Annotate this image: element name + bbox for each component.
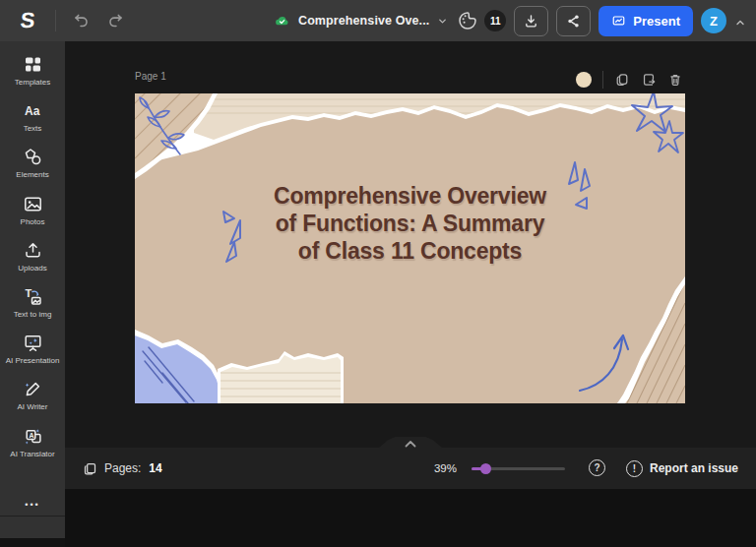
ai-presentation-icon [23, 333, 43, 353]
left-sidebar: Templates Aa Texts Elements [0, 41, 65, 538]
sidebar-item-templates[interactable]: Templates [0, 54, 65, 87]
pages-icon [83, 461, 97, 476]
ai-writer-icon [23, 379, 43, 399]
report-issue-label: Report an issue [650, 461, 738, 475]
svg-text:A: A [29, 431, 33, 438]
report-issue-icon: ! [626, 460, 643, 477]
page-actions-divider [602, 71, 603, 89]
top-toolbar: S Comprehensive Ove... 11 [0, 0, 756, 41]
app-window: S Comprehensive Ove... 11 [0, 0, 756, 547]
trash-icon [667, 72, 683, 88]
sidebar-item-photos[interactable]: Photos [0, 194, 65, 226]
pages-counter[interactable]: Pages: 14 [83, 461, 162, 476]
sidebar-more-button[interactable]: ••• [0, 500, 65, 510]
download-icon [523, 13, 539, 30]
duplicate-icon [614, 72, 630, 88]
share-button[interactable] [556, 6, 591, 36]
toolbar-divider [55, 10, 56, 31]
zoom-slider-knob[interactable] [480, 463, 491, 474]
sidebar-item-text-to-img[interactable]: T Text to img [0, 286, 65, 319]
document-title: Comprehensive Ove... [298, 14, 429, 28]
account-avatar[interactable]: Z [701, 8, 726, 33]
templates-icon [23, 54, 43, 75]
sidebar-item-ai-writer[interactable]: AI Writer [0, 379, 65, 411]
slide-page[interactable]: Comprehensive Overview of Functions: A S… [135, 93, 685, 403]
brand-palette-icon[interactable] [457, 10, 478, 31]
elements-icon [23, 147, 43, 167]
cloud-saved-icon [274, 13, 290, 30]
sidebar-item-texts[interactable]: Aa Texts [0, 100, 65, 133]
text-to-img-icon: T [23, 286, 43, 307]
present-label: Present [633, 14, 680, 29]
svg-text:Aa: Aa [25, 104, 40, 118]
chevron-down-icon [437, 16, 448, 27]
present-icon [611, 14, 626, 29]
pages-label: Pages: [104, 461, 141, 475]
sidebar-under-strip [0, 538, 65, 547]
bottom-toolbar: Pages: 14 39% ? ! Report an issue [65, 448, 756, 489]
duplicate-page-button[interactable] [614, 72, 630, 88]
palette-count-badge: 11 [484, 10, 506, 31]
undo-button[interactable] [69, 9, 93, 32]
canvas-area: Page 1 [65, 41, 756, 448]
zoom-slider[interactable] [472, 463, 565, 474]
sidebar-item-ai-presentation[interactable]: AI Presentation [0, 333, 65, 365]
sidebar-item-elements[interactable]: Elements [0, 147, 65, 179]
undo-icon [72, 12, 90, 30]
sidebar-divider [0, 516, 65, 517]
download-button[interactable] [514, 6, 548, 36]
chevron-up-icon [405, 440, 416, 448]
uploads-icon [23, 240, 43, 261]
ai-translator-icon: A [23, 426, 43, 447]
present-button[interactable]: Present [598, 6, 693, 36]
page-actions [576, 71, 683, 88]
account-caret-icon[interactable] [734, 15, 746, 27]
sidebar-item-uploads[interactable]: Uploads [0, 240, 65, 273]
texts-icon: Aa [23, 100, 43, 121]
bottom-under-strip [65, 489, 756, 547]
page-label: Page 1 [135, 71, 166, 82]
document-title-menu[interactable]: Comprehensive Ove... [274, 8, 448, 33]
zoom-controls: 39% ? ! Report an issue [434, 459, 738, 477]
report-issue-button[interactable]: ! Report an issue [626, 460, 738, 477]
simplified-logo-icon[interactable]: S [12, 7, 44, 34]
delete-page-button[interactable] [667, 72, 683, 88]
photos-icon [23, 194, 43, 214]
page-color-swatch[interactable] [576, 72, 592, 88]
share-icon [565, 13, 582, 30]
zoom-level: 39% [434, 462, 457, 474]
svg-text:T: T [25, 287, 32, 299]
move-page-button[interactable] [641, 72, 657, 88]
pages-count: 14 [149, 461, 161, 475]
slide-title[interactable]: Comprehensive Overview of Functions: A S… [135, 182, 685, 265]
page-export-icon [641, 72, 657, 88]
sidebar-item-ai-translator[interactable]: A AI Translator [0, 426, 65, 458]
redo-button[interactable] [104, 9, 128, 32]
help-icon: ? [589, 459, 605, 476]
help-button[interactable]: ? [589, 459, 606, 477]
redo-icon [107, 12, 125, 30]
